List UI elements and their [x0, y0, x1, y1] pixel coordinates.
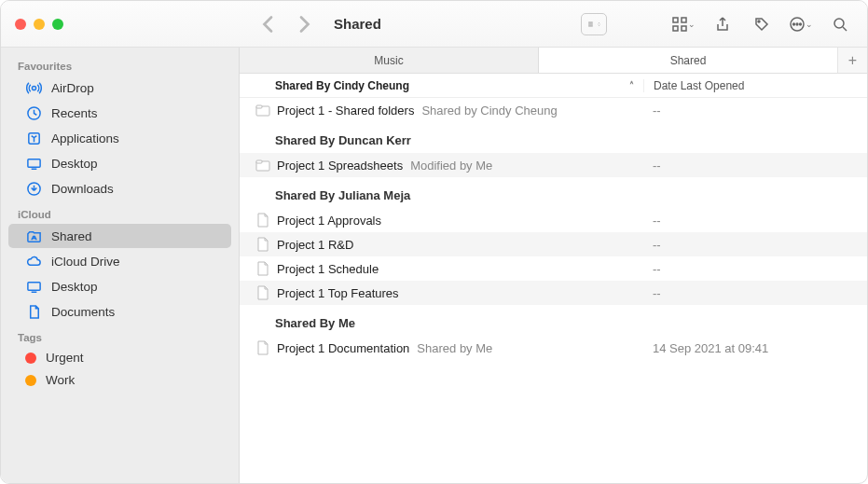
column-label: Shared By Cindy Cheung: [275, 79, 409, 92]
svg-point-6: [793, 23, 795, 25]
file-date: --: [643, 104, 867, 118]
traffic-lights: [15, 19, 252, 30]
tab-shared[interactable]: Shared: [539, 48, 837, 73]
tags-button[interactable]: [749, 13, 775, 35]
file-list: Project 1 - Shared foldersShared by Cind…: [240, 98, 867, 484]
file-name: Project 1 Spreadsheets: [277, 159, 403, 173]
toolbar: Shared ⌄ ⌄: [252, 13, 853, 35]
sidebar-item-applications[interactable]: Applications: [8, 126, 231, 150]
sidebar-item-label: Work: [46, 373, 75, 387]
sidebar-item-desktop[interactable]: Desktop: [8, 274, 231, 298]
file-date: --: [643, 238, 867, 252]
svg-point-7: [796, 23, 798, 25]
folder-icon: [255, 102, 271, 118]
recents-icon: [25, 104, 42, 121]
tag-color-dot: [25, 375, 36, 386]
group-header: Shared By Duncan Kerr: [240, 122, 867, 153]
svg-point-9: [834, 19, 844, 28]
document-icon: [255, 236, 271, 253]
group-header: Shared By Me: [240, 305, 867, 336]
file-row[interactable]: Project 1 Approvals--: [240, 208, 867, 232]
file-date: 14 Sep 2021 at 09:41: [643, 341, 867, 355]
sidebar-item-urgent[interactable]: Urgent: [8, 347, 231, 368]
document-icon: [255, 260, 271, 277]
folder-icon: [255, 157, 271, 173]
svg-rect-20: [256, 160, 262, 163]
sidebar-heading-icloud: iCloud: [1, 201, 239, 223]
sidebar-heading-tags: Tags: [1, 325, 239, 346]
svg-rect-16: [27, 282, 39, 290]
sidebar-item-label: iCloud Drive: [51, 255, 120, 269]
sidebar-item-label: Applications: [51, 131, 119, 145]
file-row[interactable]: Project 1 Schedule--: [240, 256, 867, 281]
applications-icon: [25, 130, 42, 146]
sidebar-item-recents[interactable]: Recents: [8, 101, 231, 125]
tab-label: Music: [374, 54, 403, 67]
minimize-window-button[interactable]: [34, 19, 45, 30]
sidebar-item-label: Recents: [51, 106, 98, 120]
svg-point-8: [800, 23, 802, 25]
sidebar-item-icloud-drive[interactable]: iCloud Drive: [8, 249, 231, 273]
file-row[interactable]: Project 1 Top Features--: [240, 281, 867, 305]
file-date: --: [643, 214, 867, 228]
column-header: Shared By Cindy Cheung ˄ Date Last Opene…: [240, 74, 867, 98]
file-row[interactable]: Project 1 - Shared foldersShared by Cind…: [240, 98, 867, 122]
sidebar-item-label: Downloads: [51, 182, 114, 196]
sidebar-item-label: Desktop: [51, 157, 98, 171]
icloud-drive-icon: [25, 253, 42, 270]
svg-rect-3: [682, 26, 686, 31]
file-name: Project 1 R&D: [277, 238, 353, 252]
airdrop-icon: [25, 79, 42, 96]
column-label: Date Last Opened: [654, 79, 744, 92]
svg-rect-0: [673, 18, 678, 22]
document-icon: [255, 284, 271, 301]
view-list-button[interactable]: [581, 13, 607, 35]
sort-chevron-icon: ˄: [629, 80, 634, 90]
fullscreen-window-button[interactable]: [52, 19, 63, 30]
file-name: Project 1 Schedule: [277, 262, 379, 276]
close-window-button[interactable]: [15, 19, 26, 30]
shared-icon: [25, 228, 42, 244]
file-row[interactable]: Project 1 SpreadsheetsModified by Me--: [240, 153, 867, 177]
forward-button[interactable]: [293, 13, 315, 35]
file-name: Project 1 Approvals: [277, 214, 381, 228]
tab-music[interactable]: Music: [240, 48, 539, 73]
column-date-last-opened[interactable]: Date Last Opened: [643, 79, 867, 92]
file-subtitle: Shared by Cindy Cheung: [421, 104, 557, 118]
sidebar-item-shared[interactable]: Shared: [8, 224, 231, 248]
sidebar: Favourites AirDropRecentsApplicationsDes…: [1, 48, 240, 484]
svg-rect-1: [682, 18, 686, 22]
sidebar-item-airdrop[interactable]: AirDrop: [8, 76, 231, 100]
documents-icon: [25, 303, 42, 320]
desktop-icon: [25, 155, 42, 172]
file-date: --: [643, 262, 867, 276]
sidebar-item-documents[interactable]: Documents: [8, 299, 231, 324]
new-tab-button[interactable]: +: [837, 48, 867, 73]
sidebar-item-label: Documents: [51, 305, 115, 319]
file-subtitle: Modified by Me: [410, 159, 492, 173]
sidebar-item-desktop[interactable]: Desktop: [8, 151, 231, 175]
tab-bar: Music Shared +: [240, 48, 867, 74]
window-title: Shared: [334, 16, 381, 32]
sidebar-item-work[interactable]: Work: [8, 369, 231, 391]
share-button[interactable]: [710, 13, 736, 35]
tag-color-dot: [25, 353, 36, 364]
svg-rect-18: [256, 105, 262, 108]
more-actions-button[interactable]: ⌄: [788, 13, 814, 35]
group-by-button[interactable]: ⌄: [670, 13, 696, 35]
search-button[interactable]: [827, 13, 853, 35]
file-row[interactable]: Project 1 DocumentationShared by Me14 Se…: [240, 336, 867, 360]
group-header: Shared By Juliana Meja: [240, 177, 867, 208]
file-row[interactable]: Project 1 R&D--: [240, 232, 867, 256]
content-area: Music Shared + Shared By Cindy Cheung ˄ …: [240, 48, 867, 484]
column-shared-by[interactable]: Shared By Cindy Cheung ˄: [275, 79, 643, 92]
titlebar: Shared ⌄ ⌄: [1, 1, 867, 48]
file-name: Project 1 Top Features: [277, 286, 399, 300]
back-button[interactable]: [257, 13, 280, 35]
sidebar-item-downloads[interactable]: Downloads: [8, 176, 231, 201]
downloads-icon: [25, 180, 42, 197]
sidebar-item-label: Urgent: [46, 351, 84, 365]
sidebar-item-label: Shared: [51, 229, 92, 243]
svg-rect-2: [673, 26, 678, 31]
file-subtitle: Shared by Me: [417, 341, 492, 355]
